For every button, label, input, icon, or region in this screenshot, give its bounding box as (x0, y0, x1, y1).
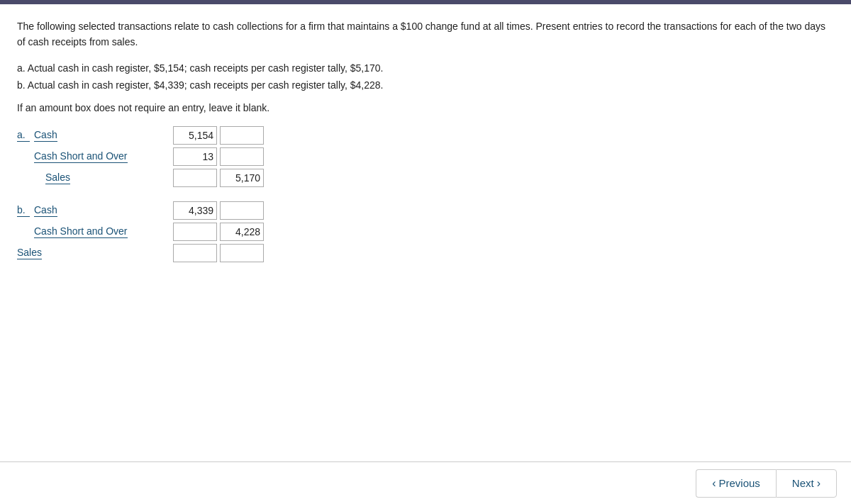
a-cash-credit-input[interactable] (220, 126, 264, 145)
next-button[interactable]: Next › (776, 469, 837, 498)
section-b: b. Cash Cash Short and Over Sales (17, 201, 834, 262)
inputs-b-cso (173, 223, 264, 241)
transaction-b: b. Actual cash in cash register, $4,339;… (17, 77, 834, 94)
a-cso-credit-input[interactable] (220, 147, 264, 166)
section-a-letter: a. (17, 129, 30, 142)
row-b-cso: Cash Short and Over (17, 223, 834, 241)
a-sales-debit-input[interactable] (173, 169, 217, 187)
b-cso-debit-input[interactable] (173, 223, 217, 241)
inputs-a-cso (173, 147, 264, 166)
inputs-b-cash (173, 201, 264, 220)
previous-label: Previous (718, 477, 760, 489)
a-cso-label: Cash Short and Over (34, 150, 128, 163)
row-b-sales: Sales (17, 244, 834, 262)
b-cash-label: Cash (34, 204, 57, 217)
chevron-right-icon: › (817, 477, 821, 490)
inputs-b-sales (173, 244, 264, 262)
row-a-sales: Sales (17, 169, 834, 187)
label-b-cso: Cash Short and Over (17, 225, 173, 238)
b-cash-debit-input[interactable] (173, 201, 217, 220)
b-sales-credit-input[interactable] (220, 244, 264, 262)
a-sales-label: Sales (45, 172, 70, 184)
transaction-list: a. Actual cash in cash register, $5,154;… (17, 60, 834, 94)
b-sales-label: Sales (17, 247, 42, 259)
inputs-a-cash (173, 126, 264, 145)
b-cash-credit-input[interactable] (220, 201, 264, 220)
inputs-a-sales (173, 169, 264, 187)
next-label: Next (792, 477, 814, 489)
label-b-cash: b. Cash (17, 204, 173, 217)
label-a-cso: Cash Short and Over (17, 150, 173, 163)
b-cso-label: Cash Short and Over (34, 225, 128, 238)
row-b-cash: b. Cash (17, 201, 834, 220)
transaction-a: a. Actual cash in cash register, $5,154;… (17, 60, 834, 77)
label-a-cash: a. Cash (17, 129, 173, 142)
section-b-letter: b. (17, 204, 30, 217)
row-a-cso: Cash Short and Over (17, 147, 834, 166)
row-a-cash: a. Cash (17, 126, 834, 145)
label-a-sales: Sales (17, 172, 173, 184)
intro-text: The following selected transactions rela… (17, 18, 834, 50)
a-cash-label: Cash (34, 129, 57, 142)
a-cso-debit-input[interactable] (173, 147, 217, 166)
content-area: The following selected transactions rela… (0, 4, 851, 262)
bottom-navigation: ‹ Previous Next › (0, 461, 851, 504)
instruction-text: If an amount box does not require an ent… (17, 102, 834, 113)
a-cash-debit-input[interactable] (173, 126, 217, 145)
chevron-left-icon: ‹ (712, 477, 716, 490)
section-a: a. Cash Cash Short and Over Sales (17, 126, 834, 187)
b-cso-credit-input[interactable] (220, 223, 264, 241)
b-sales-debit-input[interactable] (173, 244, 217, 262)
a-sales-credit-input[interactable] (220, 169, 264, 187)
label-b-sales: Sales (17, 247, 173, 259)
previous-button[interactable]: ‹ Previous (696, 469, 776, 498)
